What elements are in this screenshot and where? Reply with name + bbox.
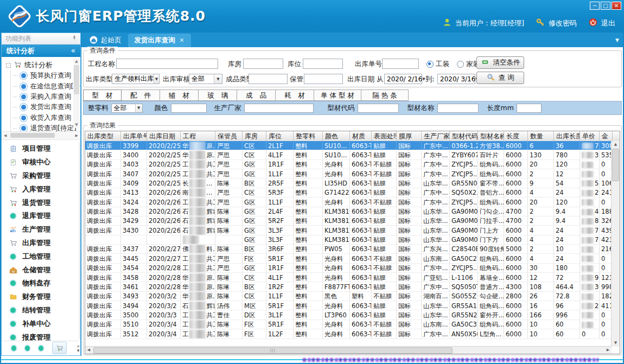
order-no-input[interactable] [382,59,419,69]
table-row[interactable]: 调拨出库34542020/2/28工共工程严思G区1R1F整料光身料6063-T… [85,264,612,273]
column-header-date[interactable]: 出库日期 [147,131,181,141]
column-header-code[interactable]: 型材代码 [450,131,478,141]
green-dot-icon[interactable] [11,346,16,351]
code-input[interactable] [358,104,399,113]
tree-root[interactable]: - 统计分析 [6,60,80,71]
green-dot-icon[interactable] [39,346,43,351]
column-header-length[interactable]: 长度 [504,131,528,141]
close-button[interactable]: ✕ [612,2,621,10]
table-row[interactable]: 调拨出库34582020/2/28华原...陈琳C区4L1F整料光身料6063-… [85,273,612,282]
minimize-button[interactable]: ─ [590,2,600,10]
scroll-down-icon[interactable]: ▼ [73,122,80,128]
sidebar-module[interactable]: 生产管理 [2,223,79,237]
color-input[interactable] [171,104,207,113]
grid-vertical-scrollbar[interactable]: ▲ ▼ [611,141,620,347]
radio-gongzhuang[interactable]: 工装 [426,60,449,69]
sidebar-module[interactable]: 采购管理 [2,169,79,183]
material-tab[interactable]: 隔热条 [361,90,409,101]
length-input[interactable] [517,104,542,113]
table-row[interactable]: G区3L3F整料KLM38176063-T5贴膜国标山东华...GA90M09.… [85,235,612,245]
overflow-chevron-icon[interactable]: »▾ [77,344,80,353]
scroll-thumb[interactable] [10,133,55,138]
column-header-amount[interactable]: 金 [600,131,613,141]
name-input[interactable] [437,104,479,113]
grid-horizontal-scrollbar[interactable]: ◀ ||| ▶ [85,346,612,354]
sidebar-module[interactable]: 结转管理 [2,304,79,317]
product-type-input[interactable] [249,74,288,84]
tab-overflow-icon[interactable]: ▼ [615,37,619,43]
table-row[interactable]: 调拨出库34072020/2/25工共工程严思G区1L1F整料光身料6063-T… [85,169,612,178]
out-type-combo[interactable]: 生产领料出库▼ [112,74,160,84]
tree-vertical-scrollbar[interactable]: ▲ ▼ [73,59,80,128]
sidebar-module[interactable]: 项目管理 [2,142,79,156]
column-header-material[interactable]: 材质 [350,131,372,141]
green-dot-icon[interactable] [25,346,30,351]
table-row[interactable]: 调拨出库34452020/2/27工共工程严思F区5R1F整料光身料6063-T… [85,254,612,263]
sidebar-module[interactable]: 财务管理 [2,290,79,304]
table-row[interactable]: 调拨出库34282020/2/26石辉城陈琳G区2L4F整料KLM3817606… [85,207,612,216]
sidebar-module[interactable]: 退库管理 [2,209,79,223]
table-row[interactable]: 调拨出库34292020/2/26石辉城陈琳G区5R2F整料KLM3817606… [85,216,612,226]
column-header-name[interactable]: 型材名称 [478,131,504,141]
whole-combo[interactable]: 全部▼ [111,104,143,113]
date-from-picker[interactable]: 2020/ 2/16▼ [384,74,422,84]
sidebar-module[interactable]: 审核中心 [2,156,79,169]
tree-item[interactable]: 采购入库查询 [11,92,80,102]
table-row[interactable]: 调拨出库34932020/3/2华原...陈琳C区1L1F整料黑色塑料不贴膜国标… [85,292,612,301]
tree-item[interactable]: 在途信息查询[待 [11,81,80,91]
sidebar-module[interactable]: 工地管理 [2,250,79,263]
scroll-thumb[interactable]: ||| [93,347,453,354]
column-header-no[interactable]: 出库单号 [121,131,147,141]
sidebar-module[interactable]: 退货管理 [2,196,79,209]
tab-shipping-query[interactable]: 发货出库查询✕ [128,34,191,47]
scroll-down-icon[interactable]: ▼ [612,340,620,347]
column-header-qty[interactable]: 数量 [528,131,554,141]
column-header-warehouse[interactable]: 库房 [243,131,266,141]
table-row[interactable]: 调拨出库34002020/2/25华原...严思C区4L1F整料SU10...6… [85,150,612,159]
cart-button[interactable] [52,342,67,354]
tree-item[interactable]: 发货出库查询 [11,102,80,112]
table-row[interactable]: 调拨出库34032020/2/25工共工程严思G区1R1F整料光身料6063-T… [85,160,612,169]
maximize-button[interactable]: □ [601,2,610,10]
table-row[interactable]: 调拨出库34302020/2/26石辉城陈琳G区3L3F整料KLM3817606… [85,226,612,235]
column-header-keeper[interactable]: 保管员 [215,131,243,141]
material-tab[interactable]: 玻璃 [199,90,237,101]
material-tab[interactable]: 单体型材 [314,90,361,101]
search-button[interactable]: 查 询 [476,72,524,84]
table-row[interactable]: 调拨出库34092020/2/25长...陈琳B区2R5F整料LI35HD606… [85,178,612,188]
column-header-type[interactable]: 出库类型 [85,131,121,141]
table-row[interactable]: 调拨出库34132020/2/26南...严思C区5R3F整料G71422606… [85,188,612,197]
pin-icon[interactable] [72,33,77,44]
sidebar-module[interactable]: 仓储管理 [2,263,79,277]
warehouse-input[interactable] [243,59,283,69]
table-row[interactable]: 调拨出库34942020/3/2石辉城汤伟M区5R1F整料光身料6063-T5贴… [85,301,612,310]
sidebar-module[interactable]: 报废管理 [2,330,79,341]
change-password-link[interactable]: 修改密码 [549,18,577,28]
column-header-outlen[interactable]: 出库长度 [554,131,580,141]
sidebar-module[interactable]: 补单中心 [2,317,79,330]
column-header-film[interactable]: 膜厚 [397,131,422,141]
scroll-right-icon[interactable]: ▶ [75,132,78,139]
date-to-picker[interactable]: 2020/ 3/16▼ [437,74,475,84]
scroll-left-icon[interactable]: ◀ [4,132,7,139]
sidebar-module[interactable]: 入库管理 [2,182,79,196]
material-tab[interactable]: 成品 [237,90,276,101]
tree-item[interactable]: 退货查询[待定] [11,123,80,132]
tree-item[interactable]: 收货入库查询 [11,113,80,123]
column-header-whole[interactable]: 整零料 [294,131,323,141]
tab-close-icon[interactable]: ✕ [180,37,184,44]
table-row[interactable]: 调拨出库35102020/3/4工共工程陈琳F区5R1F整料光身料6063-T5… [85,320,612,329]
scroll-up-icon[interactable]: ▲ [73,59,80,65]
clear-conditions-button[interactable]: 清空条件 [476,56,524,69]
module-scrollbar[interactable] [79,142,80,339]
scroll-thumb[interactable] [612,149,619,181]
keeper-input[interactable] [304,74,343,84]
section-header[interactable]: 统计分析 « [2,44,80,57]
column-header-factory[interactable]: 生产厂家 [422,131,450,141]
scroll-thumb[interactable] [74,65,79,94]
tree-item[interactable]: 预算执行查询 [11,71,80,81]
material-tab[interactable]: 耗材 [276,90,314,101]
scroll-left-icon[interactable]: ◀ [85,347,92,353]
tree-horizontal-scrollbar[interactable]: ◀ ▶ [2,132,80,140]
table-row[interactable]: 调拨出库35002020/3/3工共工程曹佳D区3L1F整料LT3P606063… [85,310,612,320]
